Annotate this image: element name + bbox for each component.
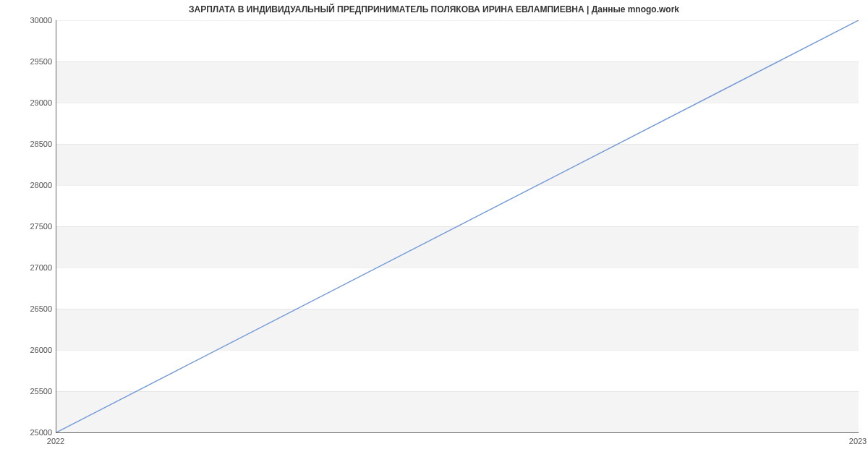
y-tick-label: 26000 xyxy=(1,346,52,354)
y-tick-label: 25500 xyxy=(1,387,52,396)
chart-container: ЗАРПЛАТА В ИНДИВИДУАЛЬНЫЙ ПРЕДПРИНИМАТЕЛ… xyxy=(0,0,868,470)
y-tick-label: 29500 xyxy=(1,57,52,66)
plot-band xyxy=(56,103,859,144)
y-gridline xyxy=(56,268,859,268)
x-tick-label: 2022 xyxy=(47,437,64,445)
plot-band xyxy=(56,268,859,309)
y-tick-label: 28500 xyxy=(1,140,52,148)
y-tick-label: 25000 xyxy=(1,428,52,437)
y-gridline xyxy=(56,309,859,309)
y-tick-label: 29000 xyxy=(1,98,52,107)
y-tick-label: 28000 xyxy=(1,181,52,189)
y-tick-label: 26500 xyxy=(1,304,52,313)
plot-band xyxy=(56,350,859,391)
y-tick-label: 27000 xyxy=(1,263,52,272)
plot-band xyxy=(56,185,859,226)
y-gridline xyxy=(56,144,859,145)
y-gridline xyxy=(56,226,859,227)
chart-title: ЗАРПЛАТА В ИНДИВИДУАЛЬНЫЙ ПРЕДПРИНИМАТЕЛ… xyxy=(0,4,868,14)
y-gridline xyxy=(56,20,859,21)
y-gridline xyxy=(56,185,859,186)
y-gridline xyxy=(56,61,859,62)
y-tick-label: 30000 xyxy=(1,16,52,25)
x-tick-label: 2023 xyxy=(849,437,867,445)
plot-area xyxy=(56,20,859,433)
y-gridline xyxy=(56,350,859,351)
y-tick-label: 27500 xyxy=(1,222,52,231)
y-gridline xyxy=(56,391,859,392)
y-gridline xyxy=(56,103,859,103)
plot-band xyxy=(56,20,859,61)
